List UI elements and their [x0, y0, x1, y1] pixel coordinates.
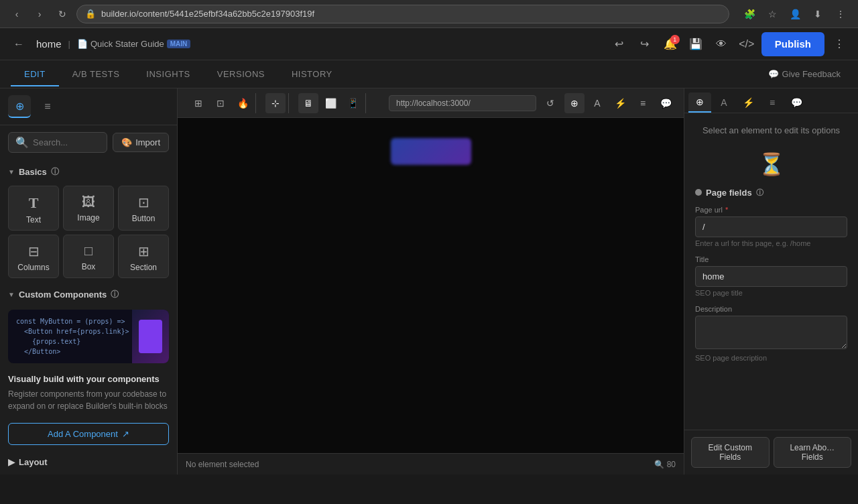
add-component-button[interactable]: Add A Component ↗	[8, 423, 169, 445]
description-hint: SEO page description	[695, 354, 847, 362]
select-mode-button[interactable]: ⊕	[564, 93, 585, 113]
star-icon[interactable]: ☆	[763, 5, 782, 23]
canvas-inner[interactable]	[178, 118, 684, 475]
url-text: builder.io/content/5441e25efbf34a62bb5c2…	[101, 9, 314, 19]
sidebar-tab-add[interactable]: ⊕	[8, 95, 31, 118]
search-wrap: 🔍	[8, 132, 107, 153]
box-component[interactable]: □ Box	[63, 235, 114, 278]
custom-title: Visually build with your components	[8, 374, 169, 384]
basics-section-header: ▼ Basics ⓘ	[0, 160, 177, 182]
image-component[interactable]: 🖼 Image	[63, 186, 114, 231]
more-options-button[interactable]: ⋮	[829, 34, 850, 55]
tab-versions[interactable]: VERSIONS	[204, 62, 278, 86]
toolbar: ⊞ ⊡ 🔥 ⊹ 🖥 ⬜ 📱 ↺ ⊕ A ⚡ ≡ 💬	[178, 88, 684, 118]
edit-custom-button[interactable]: Edit CustomFields	[691, 437, 770, 468]
collapse-icon[interactable]: ▼	[8, 168, 15, 176]
mobile-button[interactable]: 📱	[343, 93, 363, 113]
box-label: Box	[82, 262, 96, 271]
text-icon: T	[29, 194, 39, 212]
layout-label: Layout	[19, 457, 48, 467]
button-component[interactable]: ⊡ Button	[118, 186, 169, 231]
feedback-button[interactable]: 💬 Give Feedback	[761, 65, 847, 83]
tabs-bar: EDIT A/B TESTS INSIGHTS VERSIONS HISTORY…	[0, 60, 858, 88]
profile-icon[interactable]: 👤	[786, 5, 804, 23]
browser-back-btn[interactable]: ‹	[8, 5, 25, 23]
browser-bar: ‹ › ↻ 🔒 builder.io/content/5441e25efbf34…	[0, 0, 858, 28]
url-hint: Enter a url for this page, e.g. /home	[695, 239, 847, 247]
page-url-input[interactable]	[695, 216, 847, 237]
info-icon: ⓘ	[51, 166, 59, 178]
import-button[interactable]: 🎨 Import	[113, 133, 169, 152]
external-link-icon: ↗	[122, 429, 129, 439]
section-label: Section	[130, 263, 157, 272]
layout-collapse-icon[interactable]: ▶	[8, 457, 15, 467]
right-tab-bolt[interactable]: ⚡	[737, 92, 759, 113]
style-mode-button[interactable]: A	[587, 93, 607, 113]
page-url-label: Page url *	[695, 206, 847, 214]
canvas-blurred-element[interactable]	[391, 138, 471, 165]
redo-button[interactable]: ↪	[634, 34, 656, 55]
text-component[interactable]: T Text	[8, 186, 59, 231]
main-badge: MAIN	[167, 40, 191, 48]
chat-mode-button[interactable]: 💬	[656, 93, 676, 113]
toolbar-select-group: ⊹	[263, 93, 289, 113]
desktop-button[interactable]: 🖥	[298, 93, 318, 113]
section-component[interactable]: ⊞ Section	[118, 235, 169, 278]
sidebar-top-tabs: ⊕ ≡	[0, 88, 177, 125]
title-input[interactable]	[695, 266, 847, 287]
page-fields-info-icon: ⓘ	[756, 188, 763, 198]
bolt-mode-button[interactable]: ⚡	[610, 93, 630, 113]
layout-section[interactable]: ▶ Layout	[0, 450, 177, 474]
button-label: Button	[132, 214, 156, 223]
right-tab-select[interactable]: ⊕	[688, 92, 711, 113]
description-label: Description	[695, 305, 847, 313]
refresh-preview-button[interactable]: ↺	[540, 93, 560, 113]
custom-desc-text: Register components from your codebase t…	[8, 388, 169, 412]
page-url-row: Page url * Enter a url for this page, e.…	[695, 206, 847, 247]
address-bar[interactable]: 🔒 builder.io/content/5441e25efbf34a62bb5…	[76, 5, 729, 23]
preview-url-input[interactable]	[389, 95, 536, 111]
preview-box	[139, 320, 162, 353]
download-icon[interactable]: ⬇	[808, 5, 827, 23]
right-tab-style[interactable]: A	[713, 92, 735, 113]
learn-about-button[interactable]: Learn Abo…Fields	[774, 437, 852, 468]
notifications-area: 🔔 1	[660, 34, 681, 55]
breadcrumb-label: Quick Stater Guide	[90, 39, 164, 49]
fire-button[interactable]: 🔥	[233, 93, 253, 113]
browser-forward-btn[interactable]: ›	[31, 5, 48, 23]
undo-button[interactable]: ↩	[609, 34, 630, 55]
right-tab-chat[interactable]: 💬	[785, 92, 808, 113]
custom-collapse-icon[interactable]: ▼	[8, 291, 15, 298]
code-button[interactable]: </>	[736, 34, 757, 55]
canvas-area[interactable]: ⊞ ⊡ 🔥 ⊹ 🖥 ⬜ 📱 ↺ ⊕ A ⚡ ≡ 💬	[178, 88, 684, 475]
tab-insights[interactable]: INSIGHTS	[133, 62, 203, 86]
tab-edit[interactable]: EDIT	[11, 62, 59, 86]
layout-toggle-button[interactable]: ⊞	[188, 93, 208, 113]
page-title: home	[36, 38, 62, 50]
search-input[interactable]	[33, 137, 100, 147]
back-button[interactable]: ←	[8, 36, 29, 53]
extensions-icon[interactable]: 🧩	[740, 5, 759, 23]
preview-button[interactable]: 👁	[711, 34, 732, 55]
sidebar-tab-layers[interactable]: ≡	[36, 95, 59, 118]
browser-refresh-btn[interactable]: ↻	[54, 5, 71, 23]
title-hint: SEO page title	[695, 289, 847, 297]
columns-mode-button[interactable]: ≡	[633, 93, 653, 113]
columns-component[interactable]: ⊟ Columns	[8, 235, 59, 278]
right-panel-tabs: ⊕ A ⚡ ≡ 💬	[684, 88, 858, 113]
save-button[interactable]: 💾	[685, 34, 707, 55]
select-tool-button[interactable]: ⊹	[265, 93, 286, 113]
publish-button[interactable]: Publish	[761, 32, 824, 56]
right-tab-columns[interactable]: ≡	[761, 92, 784, 113]
title-label: Title	[695, 255, 847, 263]
chrome-more-icon[interactable]: ⋮	[831, 5, 850, 23]
tab-ab-tests[interactable]: A/B TESTS	[59, 62, 133, 86]
columns-icon: ⊟	[28, 243, 40, 259]
grid-toggle-button[interactable]: ⊡	[210, 93, 231, 113]
custom-label: Custom Components	[19, 290, 107, 300]
left-sidebar: ⊕ ≡ 🔍 🎨 Import ▼ Basics ⓘ T Te	[0, 88, 178, 475]
layers-icon: ≡	[44, 101, 50, 113]
tab-history[interactable]: HISTORY	[278, 62, 346, 86]
description-input[interactable]	[695, 316, 847, 349]
tablet-button[interactable]: ⬜	[320, 93, 341, 113]
